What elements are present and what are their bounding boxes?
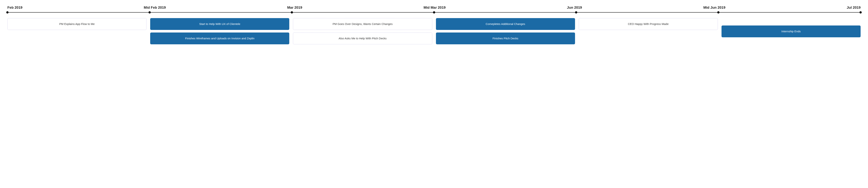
timeline-label: Mid Feb 2019 [144, 5, 166, 10]
axis-dot [860, 11, 862, 13]
timeline-card: Finishes Wireframes and Uploads on Invis… [150, 33, 289, 44]
timeline-card: Finishes Pitch Decks [436, 33, 575, 44]
axis-dot [433, 11, 435, 13]
timeline-card: Comepletes Additional Changes [436, 18, 575, 30]
axis-dot [575, 11, 577, 13]
axis-dot [6, 11, 8, 13]
timeline-column: Comepletes Additional ChangesFinishes Pi… [436, 18, 575, 44]
timeline-card: CEO Happy With Progress Made [579, 18, 718, 30]
timeline-card: Also Asks Me to Help With Pitch Decks [293, 33, 432, 44]
timeline-label: Jul 2019 [847, 5, 861, 10]
timeline-card: Start to Help With UX of Clientele [150, 18, 289, 30]
axis-dot [291, 11, 293, 13]
timeline-label: Jun 2019 [567, 5, 582, 10]
axis-dot [149, 11, 151, 13]
timeline-columns: PM Explains App Flow to MeStart to Help … [7, 18, 861, 44]
timeline-axis [7, 11, 861, 14]
timeline-label: Mar 2019 [287, 5, 302, 10]
timeline-column: Start to Help With UX of ClienteleFinish… [150, 18, 289, 44]
timeline-column: PM Explains App Flow to Me [7, 18, 147, 44]
timeline-card: PM Goes Over Designs, Wants Certain Chan… [293, 18, 432, 30]
timeline-card: PM Explains App Flow to Me [7, 18, 147, 30]
axis-dot [717, 11, 719, 13]
timeline-label: Feb 2019 [7, 5, 22, 10]
timeline-column: Internship Ends [721, 26, 861, 44]
timeline-labels-row: Feb 2019Mid Feb 2019Mar 2019Mid Mar 2019… [7, 5, 861, 10]
timeline-label: Mid Mar 2019 [424, 5, 445, 10]
timeline-column: CEO Happy With Progress Made [579, 18, 718, 44]
timeline-label: Mid Jun 2019 [703, 5, 725, 10]
timeline-column: PM Goes Over Designs, Wants Certain Chan… [293, 18, 432, 44]
timeline-card: Internship Ends [721, 26, 861, 37]
timeline-diagram: Feb 2019Mid Feb 2019Mar 2019Mid Mar 2019… [7, 5, 861, 44]
